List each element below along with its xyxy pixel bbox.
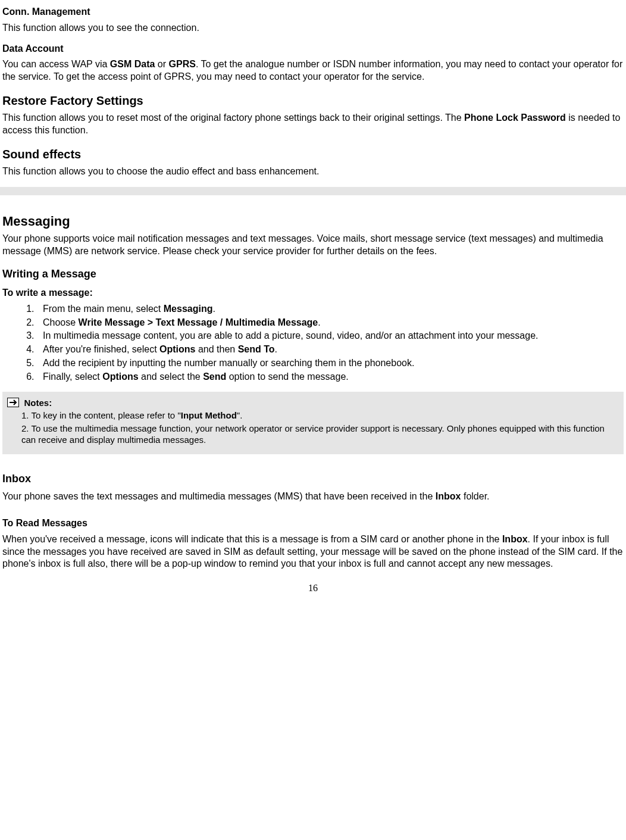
step-6: Finally, select Options and select the S… <box>37 371 624 383</box>
step-3: In multimedia message content, you are a… <box>37 330 624 342</box>
step-4: After you're finished, select Options an… <box>37 344 624 356</box>
text-to-read: When you've received a message, icons wi… <box>2 533 624 570</box>
notes-box: Notes: 1. To key in the content, please … <box>2 392 624 454</box>
heading-conn-management: Conn. Management <box>2 6 624 18</box>
heading-messaging: Messaging <box>2 213 624 230</box>
steps-list: From the main menu, select Messaging. Ch… <box>2 303 624 383</box>
heading-inbox: Inbox <box>2 472 624 486</box>
heading-to-read: To Read Messages <box>2 517 624 530</box>
text-messaging: Your phone supports voice mail notificat… <box>2 233 624 258</box>
note-1: 1. To key in the content, please refer t… <box>21 410 619 421</box>
heading-writing-message: Writing a Message <box>2 267 624 281</box>
heading-to-write: To write a message: <box>2 287 624 299</box>
page-number: 16 <box>2 582 624 595</box>
step-1: From the main menu, select Messaging. <box>37 303 624 316</box>
text-inbox: Your phone saves the text messages and m… <box>2 491 624 503</box>
text-data-account: You can access WAP via GSM Data or GPRS.… <box>2 58 624 83</box>
text-restore-factory: This function allows you to reset most o… <box>2 112 624 137</box>
note-arrow-icon <box>7 398 19 407</box>
heading-data-account: Data Account <box>2 43 624 55</box>
note-2: 2. To use the multimedia message functio… <box>21 423 619 446</box>
step-5: Add the recipient by inputting the numbe… <box>37 357 624 370</box>
text-conn-management: This function allows you to see the conn… <box>2 22 624 35</box>
text-sound-effects: This function allows you to choose the a… <box>2 165 624 178</box>
heading-sound-effects: Sound effects <box>2 146 624 162</box>
heading-restore-factory: Restore Factory Settings <box>2 93 624 108</box>
notes-title: Notes: <box>24 397 52 409</box>
step-2: Choose Write Message > Text Message / Mu… <box>37 317 624 329</box>
section-divider <box>0 187 626 195</box>
